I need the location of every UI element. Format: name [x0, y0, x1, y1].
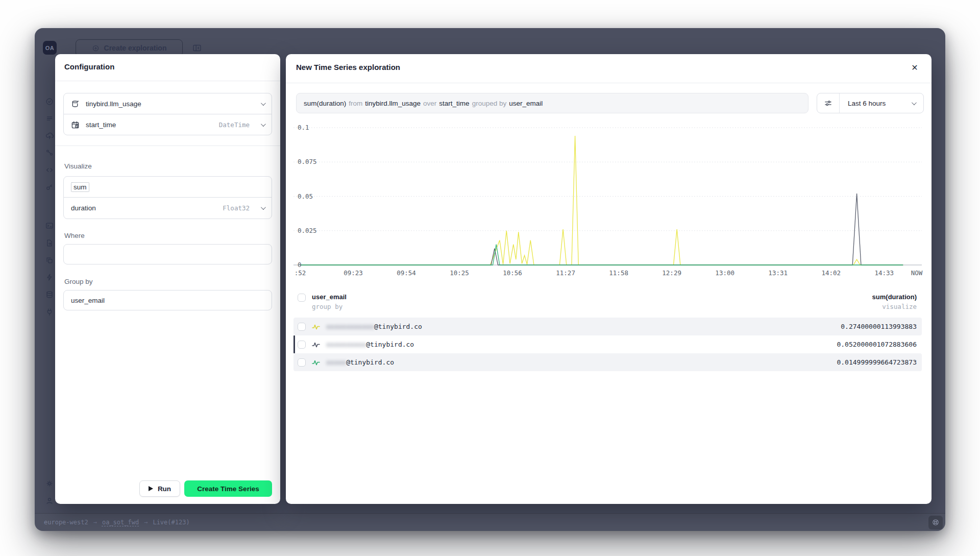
live-deployment-label: Live(#123)	[153, 519, 189, 526]
key-icon[interactable]	[45, 182, 54, 191]
filter-button[interactable]	[817, 93, 840, 113]
configuration-panel: Configuration tinybird.llm_usage start_t…	[55, 54, 280, 504]
table-row[interactable]: xxxxx @tinybird.co 0.014999999664723873	[293, 353, 922, 371]
play-icon	[149, 486, 153, 491]
time-field-select[interactable]: start_time DateTime	[63, 114, 272, 135]
query-keyword: over	[423, 100, 436, 107]
plug-icon[interactable]	[45, 307, 54, 317]
divider	[286, 83, 932, 83]
datasource-icon	[71, 100, 80, 108]
where-input[interactable]	[63, 244, 272, 264]
section-divider	[55, 146, 280, 146]
row-checkbox[interactable]	[298, 323, 306, 331]
terminal-icon[interactable]	[45, 221, 54, 230]
time-field-type: DateTime	[219, 121, 250, 129]
help-button[interactable]	[928, 516, 943, 529]
field-type: Float32	[223, 204, 250, 212]
database-icon[interactable]	[45, 290, 54, 299]
column-title: user_email	[312, 293, 347, 301]
aggregation-token[interactable]: sum	[71, 182, 89, 192]
group-by-label: Group by	[64, 278, 93, 285]
close-icon[interactable]: ✕	[908, 61, 921, 74]
group-by-input[interactable]: user_email	[63, 290, 272, 310]
chevron-down-icon	[912, 100, 917, 105]
arrow-icon: →	[93, 519, 97, 526]
collapse-panel-icon[interactable]	[191, 43, 203, 53]
masked-email-name: xxxxxxxxxx	[326, 341, 366, 348]
region-label: europe-west2	[44, 519, 88, 526]
query-keyword: from	[349, 100, 362, 107]
run-label: Run	[158, 485, 171, 493]
query-keyword: grouped by	[472, 100, 507, 107]
code-icon[interactable]	[45, 165, 54, 175]
divider	[55, 81, 280, 81]
email-domain: @tinybird.co	[366, 341, 414, 348]
cloud-upload-icon[interactable]	[45, 131, 54, 140]
table-row[interactable]: xxxxxxxxxx @tinybird.co 0.05200000107288…	[293, 335, 922, 353]
visualize-label: Visualize	[64, 162, 92, 170]
filter-sliders-icon	[824, 99, 832, 108]
row-value: 0.014999999664723873	[837, 358, 917, 366]
time-range-select[interactable]: Last 6 hours	[840, 100, 912, 107]
query-summary-input[interactable]: sum(duration) from tinybird.llm_usage ov…	[296, 93, 808, 113]
table-row[interactable]: xxxxxxxxxxxx @tinybird.co 0.274000001139…	[293, 318, 922, 335]
copy-icon[interactable]	[45, 256, 54, 265]
series-sparkline-icon	[312, 359, 320, 366]
pipeline-nodes-icon[interactable]	[45, 148, 54, 157]
calendar-clock-icon	[71, 120, 80, 129]
column-subtitle: visualize	[872, 303, 917, 310]
gear-icon[interactable]	[45, 479, 54, 488]
exploration-panel: New Time Series exploration ✕ sum(durati…	[286, 54, 932, 504]
time-series-chart[interactable]: 0.10.0750.050.0250 :5209:2309:5410:2510:…	[293, 123, 922, 282]
email-domain: @tinybird.co	[374, 323, 422, 330]
life-buoy-icon	[932, 518, 940, 526]
select-all-checkbox[interactable]	[298, 294, 306, 302]
chart-plot[interactable]	[293, 123, 922, 276]
query-token: start_time	[439, 100, 469, 107]
series-sparkline-icon	[312, 341, 320, 348]
create-time-series-button[interactable]: Create Time Series	[184, 480, 272, 497]
file-export-icon[interactable]	[45, 238, 54, 248]
series-table: user_email group by sum(duration) visual…	[293, 289, 922, 371]
chevron-down-icon	[261, 101, 266, 106]
query-token: user_email	[509, 100, 543, 107]
time-range-control: Last 6 hours	[817, 93, 924, 113]
column-title: sum(duration)	[872, 293, 917, 301]
time-field-value: start_time	[86, 121, 116, 129]
create-exploration-label: Create exploration	[104, 44, 167, 52]
configuration-title: Configuration	[64, 62, 114, 71]
masked-email-name: xxxxx	[326, 358, 346, 366]
user-icon[interactable]	[45, 496, 54, 505]
bolt-icon[interactable]	[45, 273, 54, 282]
aggregation-input[interactable]: sum	[63, 176, 272, 198]
datasource-value: tinybird.llm_usage	[86, 100, 141, 108]
row-checkbox[interactable]	[298, 341, 306, 349]
chevron-down-icon	[261, 122, 266, 127]
datasource-select[interactable]: tinybird.llm_usage	[63, 93, 272, 114]
where-label: Where	[64, 232, 85, 239]
plus-circle-icon	[92, 44, 100, 52]
logs-icon[interactable]	[45, 114, 54, 123]
run-button[interactable]: Run	[139, 480, 180, 497]
chevron-down-icon	[261, 205, 266, 210]
column-subtitle: group by	[312, 303, 347, 310]
row-checkbox[interactable]	[298, 358, 306, 367]
field-select[interactable]: duration Float32	[63, 197, 272, 219]
series-sparkline-icon	[312, 323, 320, 330]
status-bar: europe-west2 → oa_sot_fwd → Live(#123)	[35, 513, 945, 531]
query-token: sum(duration)	[304, 100, 346, 107]
row-focus-indicator	[293, 335, 295, 353]
exploration-title: New Time Series exploration	[296, 63, 400, 71]
group-by-value: user_email	[71, 297, 105, 304]
field-value: duration	[71, 204, 96, 212]
masked-email-name: xxxxxxxxxxxx	[326, 323, 374, 330]
email-domain: @tinybird.co	[346, 358, 394, 366]
page: OA Create exploration europe-west2 → oa	[0, 0, 980, 556]
branch-link[interactable]: oa_sot_fwd	[102, 519, 139, 526]
row-value: 0.27400000113993883	[841, 323, 917, 330]
create-time-series-label: Create Time Series	[197, 485, 259, 493]
badge-check-icon[interactable]	[45, 97, 54, 106]
query-token: tinybird.llm_usage	[365, 100, 421, 107]
workspace-avatar[interactable]: OA	[43, 41, 57, 55]
table-header: user_email group by sum(duration) visual…	[293, 289, 922, 318]
